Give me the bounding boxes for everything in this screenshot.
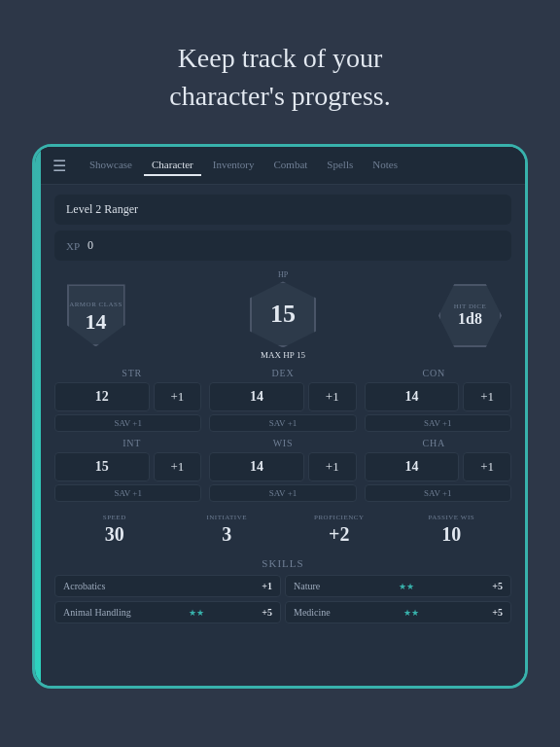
int-save: SAV +1 — [54, 484, 201, 502]
skill-animal-handling-bonus: +5 — [262, 607, 272, 618]
max-hp-row: MAX HP 15 — [261, 350, 305, 360]
str-item: 12 +1 SAV +1 — [54, 382, 201, 432]
main-content: Level 2 Ranger XP 0 ARMOR CLASS 14 HP — [41, 185, 525, 686]
wis-item: 14 +1 SAV +1 — [209, 452, 356, 502]
con-mod[interactable]: +1 — [463, 382, 511, 411]
dex-save: SAV +1 — [209, 414, 356, 432]
skill-nature-dots: ★★ — [399, 582, 414, 591]
cha-score[interactable]: 14 — [365, 452, 460, 481]
dex-score[interactable]: 14 — [209, 382, 304, 411]
passive-wis-label: PASSIVE WIS — [428, 514, 474, 521]
hp-pentagon: 15 — [250, 281, 316, 347]
skill-acrobatics[interactable]: Acrobatics +1 — [54, 575, 281, 597]
skill-medicine[interactable]: Medicine ★★ +5 — [285, 601, 511, 623]
wis-score[interactable]: 14 — [209, 452, 304, 481]
hit-dice-box: HIT DICE 1d8 — [429, 284, 511, 347]
ability-row-2: 15 +1 SAV +1 14 +1 — [54, 452, 511, 502]
con-item: 14 +1 SAV +1 — [365, 382, 511, 432]
hamburger-icon[interactable]: ☰ — [52, 157, 66, 175]
dex-mod[interactable]: +1 — [308, 382, 357, 411]
skill-acrobatics-name: Acrobatics — [63, 581, 105, 591]
device-frame: ☰ Showcase Character Inventory Combat Sp… — [32, 144, 528, 689]
xp-label: XP — [66, 240, 80, 252]
wis-mod[interactable]: +1 — [308, 452, 357, 481]
skill-acrobatics-bonus: +1 — [262, 581, 272, 591]
armor-class-label: ARMOR CLASS — [69, 301, 122, 308]
shield-shape: ARMOR CLASS 14 — [67, 284, 125, 346]
proficiency-label: PROFICIENCY — [314, 514, 364, 521]
cha-item: 14 +1 SAV +1 — [365, 452, 511, 502]
int-item: 15 +1 SAV +1 — [54, 452, 201, 502]
skill-animal-handling[interactable]: Animal Handling ★★ +5 — [54, 601, 281, 623]
xp-value: 0 — [88, 238, 93, 253]
skill-animal-handling-dots: ★★ — [189, 608, 204, 618]
ability-labels-row2: INT WIS CHA — [54, 438, 511, 448]
combat-stats: SPEED 30 INITIATIVE 3 PROFICIENCY +2 PAS… — [54, 510, 511, 550]
skill-medicine-name: Medicine — [294, 607, 331, 618]
tab-character[interactable]: Character — [144, 155, 201, 176]
nav-bar: ☰ Showcase Character Inventory Combat Sp… — [41, 147, 525, 185]
ability-labels-row1: STR DEX CON — [54, 368, 511, 378]
int-score[interactable]: 15 — [54, 452, 150, 481]
skill-animal-handling-name: Animal Handling — [63, 607, 131, 618]
con-label: CON — [359, 368, 509, 378]
int-mod[interactable]: +1 — [154, 452, 202, 481]
hp-label-top: HP — [278, 270, 288, 279]
header-title-line2: character's progress. — [169, 81, 390, 111]
str-mod[interactable]: +1 — [154, 382, 202, 411]
top-stats: ARMOR CLASS 14 HP 15 MAX HP 15 — [54, 270, 511, 360]
armor-class-box: ARMOR CLASS 14 — [54, 284, 137, 346]
level-class-field[interactable]: Level 2 Ranger — [54, 195, 511, 225]
speed-value: 30 — [105, 523, 124, 546]
skills-header: SKILLS — [54, 557, 511, 569]
initiative-stat: INITIATIVE 3 — [175, 514, 280, 546]
cha-mod[interactable]: +1 — [463, 452, 511, 481]
hp-box: HP 15 MAX HP 15 — [239, 270, 327, 360]
cha-save: SAV +1 — [365, 484, 511, 502]
dex-item: 14 +1 SAV +1 — [209, 382, 356, 432]
initiative-label: INITIATIVE — [206, 514, 247, 521]
hit-dice-label: HIT DICE — [454, 302, 487, 310]
initiative-value: 3 — [222, 523, 231, 546]
hp-value: 15 — [270, 302, 296, 327]
ability-row-1: 12 +1 SAV +1 14 +1 — [54, 382, 511, 432]
proficiency-stat: PROFICIENCY +2 — [287, 514, 392, 546]
tab-showcase[interactable]: Showcase — [82, 155, 140, 176]
str-save: SAV +1 — [54, 414, 201, 432]
passive-wis-value: 10 — [441, 523, 461, 546]
speed-stat: SPEED 30 — [62, 514, 167, 546]
tab-spells[interactable]: Spells — [319, 155, 361, 176]
str-score[interactable]: 12 — [54, 382, 150, 411]
hexagon: HIT DICE 1d8 — [438, 284, 502, 347]
skill-medicine-bonus: +5 — [492, 607, 503, 618]
cha-label: CHA — [359, 438, 509, 448]
hit-dice-value: 1d8 — [458, 310, 482, 328]
header-title-line1: Keep track of your — [178, 43, 383, 73]
skill-nature-name: Nature — [294, 581, 320, 591]
page-header: Keep track of your character's progress. — [111, 0, 448, 144]
skills-grid: Acrobatics +1 Nature ★★ +5 Animal Handli… — [54, 575, 511, 623]
wis-label: WIS — [207, 438, 358, 448]
passive-wis-stat: PASSIVE WIS 10 — [400, 514, 505, 546]
level-class-value: Level 2 Ranger — [66, 202, 138, 216]
skill-nature-bonus: +5 — [492, 581, 503, 591]
con-save: SAV +1 — [365, 414, 511, 432]
speed-label: SPEED — [103, 514, 126, 521]
skill-medicine-dots: ★★ — [403, 608, 419, 618]
int-label: INT — [56, 438, 207, 448]
xp-field[interactable]: XP 0 — [54, 231, 511, 261]
wis-save: SAV +1 — [209, 484, 356, 502]
con-score[interactable]: 14 — [365, 382, 460, 411]
dex-label: DEX — [207, 368, 358, 378]
tab-inventory[interactable]: Inventory — [205, 155, 262, 176]
str-label: STR — [56, 368, 207, 378]
proficiency-value: +2 — [329, 523, 349, 546]
armor-class-value: 14 — [86, 309, 107, 335]
tab-combat[interactable]: Combat — [266, 155, 316, 176]
tab-notes[interactable]: Notes — [365, 155, 405, 176]
skill-nature[interactable]: Nature ★★ +5 — [285, 575, 511, 597]
